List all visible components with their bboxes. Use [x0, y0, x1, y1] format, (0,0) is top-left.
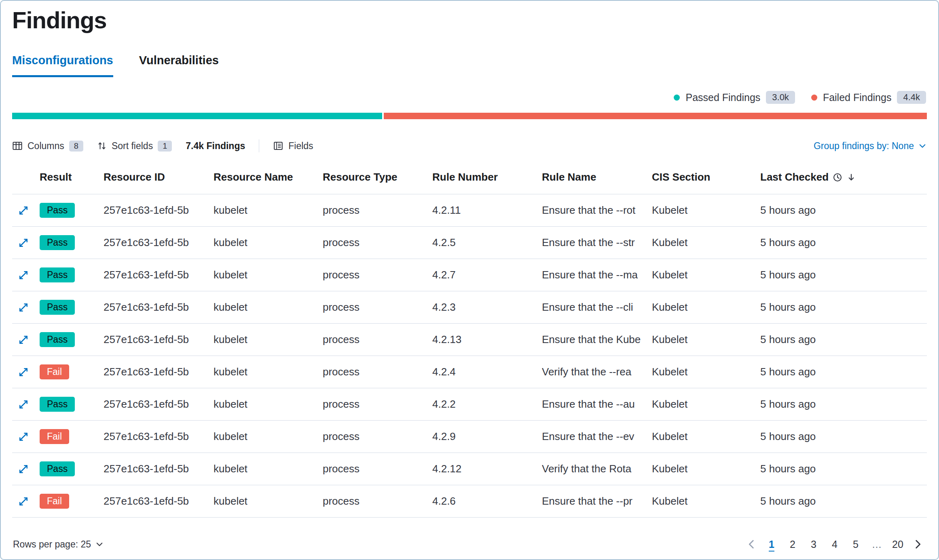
rule-name-cell: Ensure that the --ma	[542, 269, 652, 281]
result-badge: Pass	[40, 235, 75, 250]
pagination-page-20[interactable]: 20	[888, 536, 907, 553]
table-row: Fail257e1c63-1efd-5bkubeletprocess4.2.6E…	[12, 485, 927, 518]
expand-row-button[interactable]	[12, 269, 40, 281]
rule-number-cell: 4.2.12	[432, 463, 542, 475]
failed-findings-count-badge: 4.4k	[897, 91, 926, 104]
passed-bar-segment	[12, 113, 382, 119]
pagination-page-3[interactable]: 3	[804, 536, 823, 553]
clock-icon	[833, 173, 842, 182]
result-badge: Fail	[40, 364, 69, 379]
expand-icon	[18, 269, 29, 281]
resource-id-cell: 257e1c63-1efd-5b	[104, 495, 214, 507]
pagination-prev-button[interactable]	[743, 539, 760, 549]
last-checked-cell: 5 hours ago	[760, 463, 927, 475]
header-resource-id[interactable]: Resource ID	[104, 171, 214, 183]
sort-fields-button[interactable]: Sort fields 1	[97, 141, 172, 152]
fields-icon	[273, 141, 283, 151]
last-checked-cell: 5 hours ago	[760, 333, 927, 346]
columns-count-badge: 8	[69, 141, 83, 152]
header-result[interactable]: Result	[40, 171, 104, 183]
rule-name-cell: Ensure that the --ev	[542, 430, 652, 443]
pagination-page-4[interactable]: 4	[825, 536, 844, 553]
last-checked-cell: 5 hours ago	[760, 495, 927, 507]
rule-number-cell: 4.2.11	[432, 204, 542, 217]
expand-row-button[interactable]	[12, 463, 40, 475]
header-cis-section[interactable]: CIS Section	[652, 171, 760, 183]
result-cell: Fail	[40, 364, 104, 379]
resource-type-cell: process	[323, 333, 432, 346]
pagination-ellipsis: …	[867, 536, 886, 553]
page-title: Findings	[12, 6, 927, 34]
pagination: 12345…20	[743, 536, 926, 553]
group-findings-by-button[interactable]: Group findings by: None	[814, 141, 927, 152]
expand-row-button[interactable]	[12, 334, 40, 345]
result-badge: Pass	[40, 300, 75, 315]
cis-section-cell: Kubelet	[652, 301, 760, 314]
header-resource-name[interactable]: Resource Name	[214, 171, 323, 183]
columns-icon	[12, 141, 23, 151]
findings-legend: Passed Findings 3.0k Failed Findings 4.4…	[13, 91, 926, 104]
findings-table: Result Resource ID Resource Name Resourc…	[12, 152, 927, 518]
resource-name-cell: kubelet	[214, 430, 323, 443]
table-row: Pass257e1c63-1efd-5bkubeletprocess4.2.13…	[12, 324, 927, 356]
columns-button[interactable]: Columns 8	[12, 141, 83, 152]
resource-type-cell: process	[323, 495, 432, 507]
table-header-row: Result Resource ID Resource Name Resourc…	[12, 152, 927, 194]
rule-name-cell: Verify that the --rea	[542, 366, 652, 378]
result-cell: Pass	[40, 461, 104, 476]
cis-section-cell: Kubelet	[652, 495, 760, 507]
expand-icon	[18, 399, 29, 410]
resource-id-cell: 257e1c63-1efd-5b	[104, 430, 214, 443]
table-row: Pass257e1c63-1efd-5bkubeletprocess4.2.2E…	[12, 388, 927, 421]
rule-number-cell: 4.2.4	[432, 366, 542, 378]
last-checked-cell: 5 hours ago	[760, 366, 927, 378]
expand-row-button[interactable]	[12, 431, 40, 442]
header-resource-type[interactable]: Resource Type	[323, 171, 432, 183]
header-last-checked[interactable]: Last Checked	[760, 171, 927, 183]
header-rule-name[interactable]: Rule Name	[542, 171, 652, 183]
resource-type-cell: process	[323, 366, 432, 378]
expand-row-button[interactable]	[12, 205, 40, 216]
expand-row-button[interactable]	[12, 302, 40, 313]
expand-row-button[interactable]	[12, 399, 40, 410]
pagination-next-button[interactable]	[909, 539, 926, 549]
pagination-page-2[interactable]: 2	[783, 536, 802, 553]
chevron-down-icon	[918, 141, 927, 150]
tab-vulnerabilities[interactable]: Vulnerabilities	[139, 54, 219, 77]
tab-misconfigurations[interactable]: Misconfigurations	[12, 54, 113, 77]
pagination-page-5[interactable]: 5	[846, 536, 865, 553]
table-row: Pass257e1c63-1efd-5bkubeletprocess4.2.5E…	[12, 227, 927, 259]
result-cell: Pass	[40, 203, 104, 218]
rule-name-cell: Ensure that the Kube	[542, 333, 652, 346]
expand-row-button[interactable]	[12, 366, 40, 378]
cis-section-cell: Kubelet	[652, 204, 760, 217]
table-row: Pass257e1c63-1efd-5bkubeletprocess4.2.7E…	[12, 259, 927, 291]
result-cell: Pass	[40, 300, 104, 315]
cis-section-cell: Kubelet	[652, 430, 760, 443]
rule-name-cell: Ensure that the --au	[542, 398, 652, 411]
resource-type-cell: process	[323, 463, 432, 475]
pagination-page-1[interactable]: 1	[762, 536, 781, 553]
rule-number-cell: 4.2.13	[432, 333, 542, 346]
fields-button[interactable]: Fields	[273, 141, 313, 152]
expand-icon	[18, 496, 29, 507]
expand-row-button[interactable]	[12, 237, 40, 248]
rule-name-cell: Ensure that the --cli	[542, 301, 652, 314]
header-rule-number[interactable]: Rule Number	[432, 171, 542, 183]
rule-number-cell: 4.2.9	[432, 430, 542, 443]
last-checked-cell: 5 hours ago	[760, 236, 927, 249]
expand-row-button[interactable]	[12, 496, 40, 507]
resource-type-cell: process	[323, 269, 432, 281]
tab-bar: Misconfigurations Vulnerabilities	[12, 54, 927, 77]
cis-section-cell: Kubelet	[652, 398, 760, 411]
rows-per-page-label: Rows per page: 25	[13, 539, 91, 550]
rule-name-cell: Ensure that the --rot	[542, 204, 652, 217]
rule-name-cell: Verify that the Rota	[542, 463, 652, 475]
resource-type-cell: process	[323, 430, 432, 443]
expand-icon	[18, 463, 29, 475]
rows-per-page-button[interactable]: Rows per page: 25	[13, 539, 104, 550]
sort-icon	[97, 141, 107, 151]
rule-number-cell: 4.2.2	[432, 398, 542, 411]
passed-dot-icon	[674, 95, 680, 101]
result-cell: Pass	[40, 397, 104, 412]
